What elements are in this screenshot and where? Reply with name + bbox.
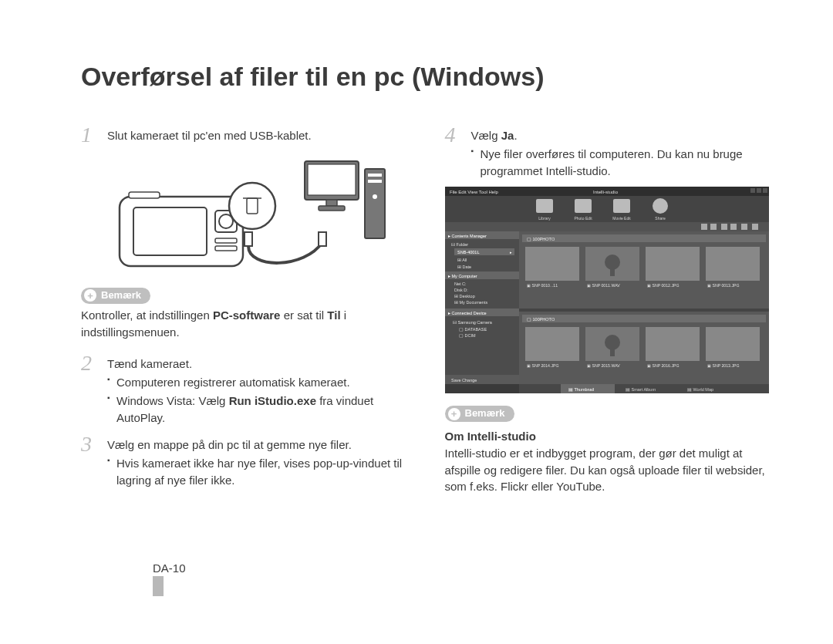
svg-text:▢ DATABASE: ▢ DATABASE bbox=[459, 327, 487, 332]
svg-rect-66 bbox=[525, 247, 579, 281]
step-number: 2 bbox=[81, 352, 99, 374]
svg-rect-24 bbox=[750, 188, 755, 193]
svg-text:▣ SNP 2014.JPG: ▣ SNP 2014.JPG bbox=[527, 363, 559, 368]
svg-text:⊟ Samsung Camera: ⊟ Samsung Camera bbox=[453, 320, 493, 325]
step-text: Tænd kameraet. bbox=[107, 357, 192, 370]
note-badge: + Bemærk bbox=[445, 406, 514, 422]
svg-rect-37 bbox=[701, 224, 707, 230]
svg-rect-13 bbox=[308, 164, 356, 195]
svg-rect-29 bbox=[575, 199, 592, 213]
svg-text:▣ SNP 0013.JPG: ▣ SNP 0013.JPG bbox=[707, 283, 740, 288]
svg-text:Share: Share bbox=[655, 216, 666, 221]
step-number: 4 bbox=[445, 124, 464, 146]
svg-rect-30 bbox=[613, 199, 630, 213]
svg-rect-40 bbox=[730, 224, 737, 230]
svg-rect-70 bbox=[646, 247, 700, 281]
svg-rect-6 bbox=[129, 192, 160, 198]
note-label: Bemærk bbox=[465, 406, 505, 421]
svg-rect-38 bbox=[710, 224, 717, 230]
svg-rect-10 bbox=[245, 232, 252, 246]
svg-text:Disk D:: Disk D: bbox=[454, 288, 468, 292]
about-title: Om Intelli-studio bbox=[445, 428, 780, 445]
svg-text:Library: Library bbox=[538, 216, 551, 221]
step-text: Slut kameraet til pc'en med USB-kablet. bbox=[107, 129, 312, 142]
page-number: DA-10 bbox=[153, 561, 186, 575]
svg-rect-84 bbox=[706, 327, 760, 361]
svg-rect-27 bbox=[445, 196, 769, 222]
svg-rect-36 bbox=[445, 222, 769, 231]
svg-text:⊞ Date: ⊞ Date bbox=[457, 265, 471, 269]
step-bullet: Nye filer overføres til computeren. Du k… bbox=[471, 146, 780, 180]
svg-text:▸: ▸ bbox=[510, 250, 512, 255]
step-4: 4 Vælg Ja. Nye filer overføres til compu… bbox=[445, 124, 780, 179]
step-number: 1 bbox=[81, 124, 99, 146]
step-text: Vælg Ja. bbox=[471, 129, 518, 142]
svg-rect-69 bbox=[610, 268, 615, 276]
svg-text:▣ SNP 2013.JPG: ▣ SNP 2013.JPG bbox=[707, 363, 740, 368]
about-text: Intelli-studio er et indbygget program, … bbox=[445, 445, 780, 495]
note-label: Bemærk bbox=[101, 288, 141, 303]
svg-text:File  Edit  View  Tool  Help: File Edit View Tool Help bbox=[450, 190, 498, 194]
svg-text:Photo Edit: Photo Edit bbox=[574, 216, 592, 221]
svg-rect-28 bbox=[536, 199, 553, 213]
svg-point-81 bbox=[605, 335, 620, 350]
step-1: 1 Slut kameraet til pc'en med USB-kablet… bbox=[81, 124, 416, 146]
svg-text:▢ 100PHOTO: ▢ 100PHOTO bbox=[527, 317, 555, 322]
svg-rect-15 bbox=[319, 206, 345, 211]
svg-rect-14 bbox=[326, 200, 337, 206]
svg-text:▣ SNP 0012.JPG: ▣ SNP 0012.JPG bbox=[647, 283, 680, 288]
step-3: 3 Vælg en mappe på din pc til at gemme n… bbox=[81, 433, 416, 488]
left-column: 1 Slut kameraet til pc'en med USB-kablet… bbox=[81, 118, 416, 495]
plus-icon: + bbox=[448, 408, 460, 420]
step-bullet: Windows Vista: Vælg Run iStudio.exe fra … bbox=[107, 393, 416, 427]
svg-rect-18 bbox=[368, 180, 382, 183]
page-footer: DA-10 bbox=[153, 561, 186, 596]
svg-text:▢ DCIM: ▢ DCIM bbox=[459, 333, 476, 338]
columns: 1 Slut kameraet til pc'en med USB-kablet… bbox=[81, 118, 779, 495]
svg-text:Intelli-studio: Intelli-studio bbox=[592, 190, 618, 194]
svg-point-68 bbox=[605, 255, 620, 270]
svg-rect-17 bbox=[368, 174, 382, 177]
svg-rect-76 bbox=[519, 309, 769, 312]
svg-rect-64 bbox=[522, 234, 766, 242]
svg-text:⊞ My Documents: ⊞ My Documents bbox=[454, 300, 487, 305]
intelli-studio-screenshot: File Edit View Tool Help Intelli-studio … bbox=[445, 187, 769, 393]
svg-text:⊟ Folder: ⊟ Folder bbox=[451, 242, 468, 247]
svg-text:▣ SNP 0011.WAV: ▣ SNP 0011.WAV bbox=[587, 283, 620, 288]
plus-icon: + bbox=[84, 289, 96, 302]
svg-text:▤ Smart Album: ▤ Smart Album bbox=[626, 387, 656, 392]
step-number: 3 bbox=[81, 433, 99, 455]
svg-text:▸ Contents Manager: ▸ Contents Manager bbox=[448, 234, 487, 238]
svg-point-31 bbox=[653, 198, 668, 214]
svg-point-19 bbox=[373, 194, 377, 199]
svg-text:Movie Edit: Movie Edit bbox=[612, 216, 631, 221]
svg-text:▤ Thumbnail: ▤ Thumbnail bbox=[568, 387, 594, 392]
svg-text:▣ SNP 2016.JPG: ▣ SNP 2016.JPG bbox=[647, 363, 680, 368]
svg-rect-42 bbox=[752, 224, 758, 230]
svg-rect-82 bbox=[610, 349, 615, 356]
step-bullet: Hvis kameraet ikke har nye filer, vises … bbox=[107, 455, 416, 489]
step-bullet: Computeren registrerer automatisk kamera… bbox=[107, 374, 416, 391]
svg-text:▣ SNP 2015.WAV: ▣ SNP 2015.WAV bbox=[587, 363, 620, 368]
svg-rect-4 bbox=[215, 238, 237, 243]
svg-text:▸ Connected Device: ▸ Connected Device bbox=[448, 311, 486, 315]
svg-rect-1 bbox=[133, 207, 207, 255]
svg-rect-83 bbox=[646, 327, 700, 361]
svg-text:▸ My Computer: ▸ My Computer bbox=[448, 274, 477, 278]
svg-rect-16 bbox=[365, 169, 385, 238]
svg-text:SNB-4001L: SNB-4001L bbox=[457, 250, 479, 255]
note-badge: + Bemærk bbox=[81, 288, 150, 304]
svg-rect-77 bbox=[522, 315, 766, 322]
svg-text:⊞ Desktop: ⊞ Desktop bbox=[454, 294, 475, 298]
step-2: 2 Tænd kameraet. Computeren registrerer … bbox=[81, 352, 416, 426]
step-text: Vælg en mappe på din pc til at gemme nye… bbox=[107, 437, 416, 453]
right-column: 4 Vælg Ja. Nye filer overføres til compu… bbox=[445, 118, 780, 495]
svg-text:⊞ All: ⊞ All bbox=[457, 258, 467, 262]
svg-text:Save Change: Save Change bbox=[451, 378, 477, 383]
page-title: Overførsel af filer til en pc (Windows) bbox=[81, 62, 779, 92]
note-text: Kontroller, at indstillingen PC-software… bbox=[81, 307, 416, 341]
footer-bar bbox=[153, 576, 164, 596]
svg-text:▢ 100PHOTO: ▢ 100PHOTO bbox=[527, 237, 555, 241]
svg-rect-25 bbox=[757, 188, 761, 193]
svg-rect-71 bbox=[706, 247, 760, 281]
